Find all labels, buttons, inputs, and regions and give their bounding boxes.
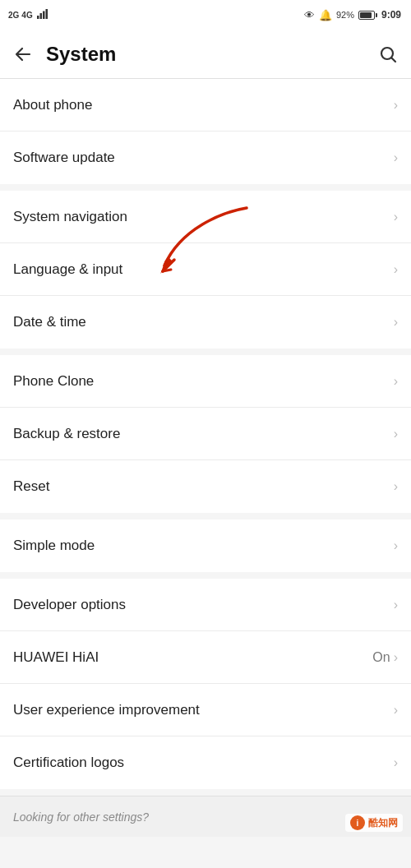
menu-item-label: About phone xyxy=(13,97,92,113)
menu-item-right: › xyxy=(394,598,398,612)
watermark: i 酷知网 xyxy=(345,814,403,832)
menu-item-right: › xyxy=(394,98,398,113)
menu-item-software-update[interactable]: Software update › xyxy=(0,132,411,184)
menu-item-label: Developer options xyxy=(13,597,126,613)
svg-rect-3 xyxy=(45,9,48,19)
back-button[interactable] xyxy=(13,44,33,64)
status-network: 2G 4G xyxy=(8,9,48,21)
menu-item-right: › xyxy=(394,150,398,165)
menu-item-backup-restore[interactable]: Backup & restore › xyxy=(0,408,411,460)
menu-item-right: › xyxy=(394,703,398,718)
time-display: 9:09 xyxy=(381,9,401,21)
bottom-hint-text: Looking for other settings? xyxy=(13,810,149,824)
menu-item-about-phone[interactable]: About phone › xyxy=(0,79,411,132)
alarm-icon: 🔔 xyxy=(319,9,332,21)
eye-icon: 👁 xyxy=(304,9,315,21)
bottom-hint: Looking for other settings? i 酷知网 xyxy=(0,796,411,837)
menu-list: About phone › Software update › System n… xyxy=(0,79,411,789)
chevron-right-icon: › xyxy=(394,315,398,330)
chevron-right-icon: › xyxy=(394,98,398,113)
menu-section-5: Developer options › HUAWEI HiAI On › Use… xyxy=(0,579,411,789)
chevron-right-icon: › xyxy=(394,650,398,665)
page-title: System xyxy=(46,43,378,66)
menu-item-reset[interactable]: Reset › xyxy=(0,460,411,513)
signal-icon xyxy=(37,9,48,21)
chevron-right-icon: › xyxy=(394,150,398,165)
menu-item-date-time[interactable]: Date & time › xyxy=(0,296,411,349)
chevron-right-icon: › xyxy=(394,598,398,612)
chevron-right-icon: › xyxy=(394,374,398,389)
search-button[interactable] xyxy=(378,44,398,64)
status-bar: 2G 4G 👁 🔔 92% 9:09 xyxy=(0,0,411,30)
menu-item-huawei-hiai[interactable]: HUAWEI HiAI On › xyxy=(0,631,411,684)
menu-item-label: Backup & restore xyxy=(13,426,120,442)
menu-item-simple-mode[interactable]: Simple mode › xyxy=(0,519,411,572)
network-label: 2G xyxy=(8,11,19,20)
menu-section-2: System navigation › Language & input › D… xyxy=(0,191,411,349)
menu-item-label: Phone Clone xyxy=(13,373,94,390)
chevron-right-icon: › xyxy=(394,755,398,770)
menu-item-label: Language & input xyxy=(13,261,122,278)
chevron-right-icon: › xyxy=(394,427,398,441)
page-header: System xyxy=(0,30,411,79)
menu-item-label: HUAWEI HiAI xyxy=(13,649,99,666)
menu-item-right: › xyxy=(394,374,398,389)
chevron-right-icon: › xyxy=(394,703,398,718)
menu-item-label: System navigation xyxy=(13,209,127,225)
menu-item-right: › xyxy=(394,315,398,330)
menu-item-phone-clone[interactable]: Phone Clone › xyxy=(0,355,411,408)
battery-icon xyxy=(358,11,377,20)
menu-item-label: Certification logos xyxy=(13,755,124,771)
svg-rect-1 xyxy=(39,13,42,19)
chevron-right-icon: › xyxy=(394,210,398,224)
menu-item-language-input[interactable]: Language & input › xyxy=(0,243,411,296)
status-right: 👁 🔔 92% 9:09 xyxy=(304,9,401,21)
battery-percent: 92% xyxy=(336,10,354,20)
menu-item-label: Simple mode xyxy=(13,538,95,554)
menu-item-status: On xyxy=(372,650,390,665)
menu-item-right: › xyxy=(394,262,398,277)
menu-item-right: › xyxy=(394,755,398,770)
chevron-right-icon: › xyxy=(394,538,398,553)
menu-item-system-navigation[interactable]: System navigation › xyxy=(0,191,411,243)
network-label2: 4G xyxy=(21,11,32,20)
menu-item-label: Date & time xyxy=(13,314,86,330)
menu-item-right: › xyxy=(394,538,398,553)
menu-item-certification-logos[interactable]: Certification logos › xyxy=(0,736,411,789)
watermark-text: 酷知网 xyxy=(368,816,398,830)
menu-item-label: User experience improvement xyxy=(13,702,200,718)
chevron-right-icon: › xyxy=(394,479,398,494)
menu-section-1: About phone › Software update › xyxy=(0,79,411,184)
watermark-icon: i xyxy=(350,815,365,830)
menu-item-label: Reset xyxy=(13,478,49,495)
menu-item-right: › xyxy=(394,479,398,494)
menu-item-right: › xyxy=(394,427,398,441)
menu-item-right: › xyxy=(394,210,398,224)
menu-item-developer-options[interactable]: Developer options › xyxy=(0,579,411,631)
menu-item-user-experience[interactable]: User experience improvement › xyxy=(0,684,411,736)
svg-rect-0 xyxy=(37,16,39,19)
chevron-right-icon: › xyxy=(394,262,398,277)
menu-item-label: Software update xyxy=(13,150,115,166)
svg-rect-2 xyxy=(43,12,45,20)
menu-section-3: Phone Clone › Backup & restore › Reset › xyxy=(0,355,411,513)
menu-item-right: On › xyxy=(372,650,398,665)
menu-section-4: Simple mode › xyxy=(0,519,411,572)
